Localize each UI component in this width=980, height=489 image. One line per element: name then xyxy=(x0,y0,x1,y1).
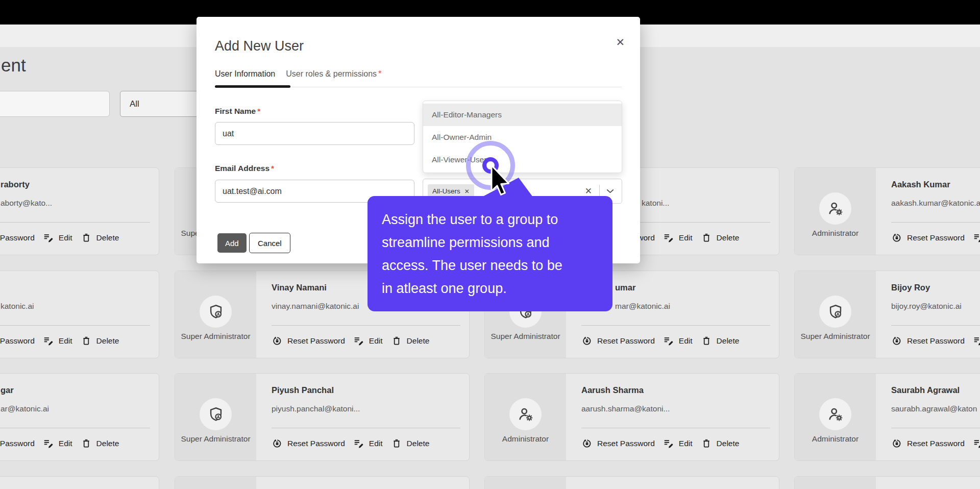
user-email: aakash.kumar@katonic.a xyxy=(891,199,980,208)
option-all-owner-admin[interactable]: All-Owner-Admin xyxy=(423,126,622,149)
reset-password-button[interactable]: Reset Password xyxy=(0,232,35,243)
user-name: Aarush Sharma xyxy=(581,385,644,395)
reset-password-button[interactable]: Reset Password xyxy=(272,335,345,347)
chip-remove-icon[interactable]: ✕ xyxy=(464,188,470,195)
reset-password-label: Reset Password xyxy=(0,336,35,346)
card-actions: Reset Password Edit Delete xyxy=(891,232,980,243)
group-assignment-tooltip: Assign the user to a group to streamline… xyxy=(368,196,612,311)
delete-icon xyxy=(391,438,402,449)
cancel-button[interactable]: Cancel xyxy=(249,233,290,253)
user-card-role-panel: Administrator xyxy=(485,374,566,460)
user-name: Vinay Namani xyxy=(272,283,327,292)
tab-user-information[interactable]: User Information xyxy=(215,69,275,79)
reset-password-button[interactable]: Reset Password xyxy=(581,438,655,449)
email-label-text: Email Address xyxy=(215,164,270,173)
role-avatar xyxy=(200,296,232,328)
edit-button[interactable]: Edit xyxy=(973,438,980,449)
role-avatar xyxy=(200,398,232,430)
user-management-page: ent All xyxy=(0,0,980,489)
edit-button[interactable]: Edit xyxy=(663,335,693,347)
tab-user-roles-permissions[interactable]: User roles & permissions* xyxy=(286,69,381,79)
edit-button[interactable]: Edit xyxy=(663,232,693,243)
edit-button[interactable]: Edit xyxy=(663,438,693,449)
reset-password-button[interactable]: Reset Password xyxy=(891,335,965,347)
role-avatar xyxy=(819,192,851,225)
card-actions: Reset Password Edit Delete xyxy=(272,438,429,449)
user-email: katonic.ai xyxy=(1,302,34,311)
delete-button[interactable]: Delete xyxy=(81,335,119,347)
reset-password-icon xyxy=(581,438,593,449)
delete-button[interactable]: Delete xyxy=(701,335,740,347)
delete-label: Delete xyxy=(407,336,430,346)
user-role-label: Administrator xyxy=(795,434,876,444)
clear-all-icon[interactable]: ✕ xyxy=(585,186,592,197)
role-avatar xyxy=(509,398,542,430)
delete-button[interactable]: Delete xyxy=(391,335,430,347)
edit-button[interactable]: Edit xyxy=(353,438,383,449)
edit-button[interactable]: Edit xyxy=(43,335,72,347)
role-avatar xyxy=(819,296,851,328)
user-role-label: Super Administrator xyxy=(795,332,876,341)
reset-password-button[interactable]: Reset Password xyxy=(272,438,345,449)
reset-password-button[interactable]: Reset Password xyxy=(0,335,35,347)
card-actions: Reset Password Edit Delete xyxy=(891,335,980,347)
edit-icon xyxy=(353,438,364,449)
card-actions: Reset Password Edit Delete xyxy=(272,335,429,347)
user-email: aarush.sharma@katoni... xyxy=(581,404,670,413)
card-actions: Reset Password Edit Delete xyxy=(581,438,739,449)
user-card: Reset Password Edit Delete xyxy=(175,476,470,489)
card-actions: Reset Password Edit Delete xyxy=(0,335,119,347)
reset-password-label: Reset Password xyxy=(0,439,35,448)
required-asterisk: * xyxy=(271,164,274,173)
edit-button[interactable]: Edit xyxy=(43,232,72,243)
reset-password-label: Reset Password xyxy=(907,439,965,448)
user-card: Administrator Aarush Sharma aarush.sharm… xyxy=(484,373,779,461)
required-asterisk: * xyxy=(257,107,260,115)
user-card-role-panel xyxy=(485,477,566,489)
edit-button[interactable]: Edit xyxy=(973,232,980,243)
card-divider xyxy=(891,428,980,428)
chevron-down-icon[interactable] xyxy=(605,186,616,197)
delete-button[interactable]: Delete xyxy=(81,232,119,243)
reset-password-button[interactable]: Reset Password xyxy=(581,335,655,347)
reset-password-button[interactable]: Reset Password xyxy=(891,438,965,449)
user-role-label: Administrator xyxy=(485,434,566,444)
user-card: Super Administrator Bijoy Roy bijoy.roy@… xyxy=(794,271,980,358)
group-chip-label: All-Users xyxy=(432,187,460,195)
user-email: aborty@kato... xyxy=(1,199,52,208)
delete-button[interactable]: Delete xyxy=(391,438,430,449)
delete-button[interactable]: Delete xyxy=(81,438,119,449)
reset-password-button[interactable]: Reset Password xyxy=(891,232,965,243)
delete-button[interactable]: Delete xyxy=(701,438,740,449)
delete-button[interactable]: Delete xyxy=(701,232,740,243)
close-icon[interactable]: ✕ xyxy=(616,36,625,48)
edit-icon xyxy=(43,335,54,347)
delete-icon xyxy=(81,335,92,347)
active-tab-underline xyxy=(215,85,290,88)
edit-label: Edit xyxy=(369,439,383,448)
edit-button[interactable]: Edit xyxy=(973,335,980,347)
user-card-role-panel: Administrator xyxy=(795,374,876,460)
user-card-role-panel xyxy=(175,477,256,489)
reset-password-icon xyxy=(891,335,902,347)
reset-password-button[interactable]: Reset Password xyxy=(0,438,35,449)
first-name-field[interactable] xyxy=(215,122,414,145)
option-all-editor-managers[interactable]: All-Editor-Managers xyxy=(423,104,622,126)
edit-button[interactable]: Edit xyxy=(43,438,72,449)
edit-button[interactable]: Edit xyxy=(353,335,383,347)
user-name: gar xyxy=(1,385,14,395)
user-name: Piyush Panchal xyxy=(272,385,334,395)
delete-label: Delete xyxy=(717,233,740,242)
delete-label: Delete xyxy=(96,336,119,346)
edit-label: Edit xyxy=(59,336,72,346)
card-divider xyxy=(581,428,770,428)
add-button[interactable]: Add xyxy=(217,233,247,253)
delete-label: Delete xyxy=(96,439,119,448)
option-all-viewer-users[interactable]: All-Viewer-Users xyxy=(423,149,622,171)
user-card: Administrator Aakash Kumar aakash.kumar@… xyxy=(794,167,980,255)
reset-password-label: Reset Password xyxy=(907,233,965,242)
required-asterisk: * xyxy=(378,69,381,78)
delete-icon xyxy=(701,232,712,243)
first-name-label-text: First Name xyxy=(215,107,256,115)
reset-password-icon xyxy=(581,335,593,347)
